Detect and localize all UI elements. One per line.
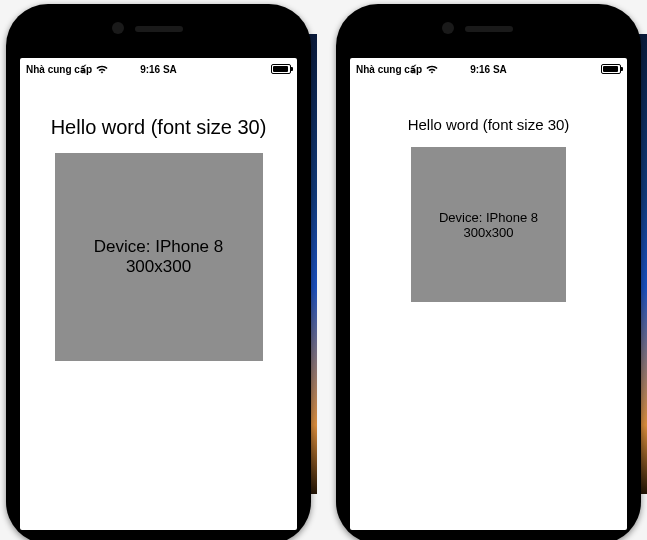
screen: Nhà cung cấp 9:16 SA Hello word (font si… [20, 58, 297, 530]
box-device-label: Device: IPhone 8 [94, 237, 223, 257]
gray-box: Device: IPhone 8 300x300 [55, 153, 263, 361]
wifi-icon [426, 65, 438, 74]
carrier-label: Nhà cung cấp [356, 64, 422, 75]
title-label: Hello word (font size 30) [408, 116, 570, 133]
title-label: Hello word (font size 30) [51, 116, 267, 139]
box-device-label: Device: IPhone 8 [439, 210, 538, 225]
wifi-icon [96, 65, 108, 74]
status-bar: Nhà cung cấp 9:16 SA [20, 58, 297, 76]
clock-label: 9:16 SA [140, 64, 177, 75]
app-content: Hello word (font size 30) Device: IPhone… [20, 76, 297, 530]
box-dimensions-label: 300x300 [464, 225, 514, 240]
gray-box: Device: IPhone 8 300x300 [411, 147, 566, 302]
app-content: Hello word (font size 30) Device: IPhone… [350, 76, 627, 530]
carrier-label: Nhà cung cấp [26, 64, 92, 75]
background-wallpaper-sliver [309, 34, 317, 494]
status-bar: Nhà cung cấp 9:16 SA [350, 58, 627, 76]
battery-icon [271, 64, 291, 74]
screen: Nhà cung cấp 9:16 SA Hello word (font si… [350, 58, 627, 530]
battery-icon [601, 64, 621, 74]
phone-iphone8-right: Nhà cung cấp 9:16 SA Hello word (font si… [336, 4, 641, 540]
clock-label: 9:16 SA [470, 64, 507, 75]
box-dimensions-label: 300x300 [126, 257, 191, 277]
background-wallpaper-sliver [639, 34, 647, 494]
phone-iphone8-left: Nhà cung cấp 9:16 SA Hello word (font si… [6, 4, 311, 540]
